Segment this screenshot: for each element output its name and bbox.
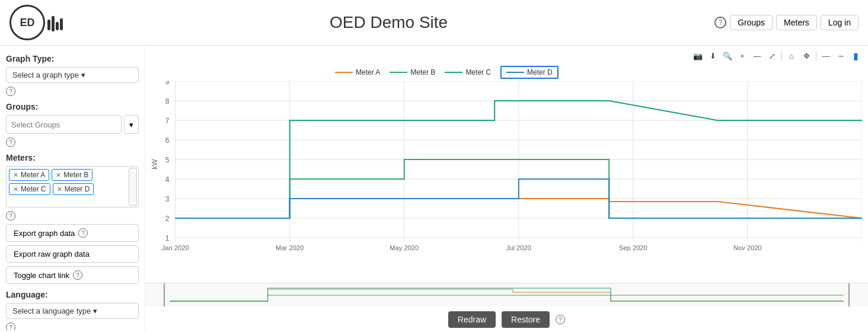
toolbar-sep-2 — [816, 51, 816, 60]
legend-label-a: Meter A — [356, 68, 380, 76]
graph-type-value: Select a graph type ▾ — [12, 71, 85, 79]
login-button[interactable]: Log in — [821, 15, 859, 30]
export-graph-label: Export graph data — [14, 229, 75, 238]
svg-text:2: 2 — [165, 215, 170, 223]
chart-svg: 9 8 7 6 5 4 3 2 1 kW Jan 2020 Mar 2020 M… — [151, 81, 862, 259]
meter-c-remove-icon[interactable]: ✕ — [13, 186, 18, 193]
svg-text:8: 8 — [165, 97, 170, 106]
meter-b-label: Meter B — [63, 171, 88, 179]
toolbar-sep-1 — [781, 51, 782, 60]
logo-bar-1 — [47, 20, 50, 30]
graph-type-help-icon[interactable]: ? — [6, 87, 15, 96]
toggle-chart-label: Toggle chart link — [14, 271, 69, 280]
export-raw-button[interactable]: Export raw graph data — [6, 245, 139, 263]
header: ED OED Demo Site ? Groups Meters Log in — [0, 0, 868, 46]
meter-tag-c: ✕ Meter C — [9, 183, 50, 195]
meter-b-remove-icon[interactable]: ✕ — [56, 171, 61, 179]
legend-meter-b: Meter B — [390, 68, 435, 76]
chart-toolbar: 📷 ⬇ 🔍 + — ⤢ ⌂ ✥ ― ∼ ▮ — [145, 49, 868, 65]
minimap-area — [145, 283, 868, 307]
site-title: OED Demo Site — [63, 13, 714, 32]
reset-icon[interactable]: ⌂ — [785, 49, 798, 62]
spline-icon[interactable]: ∼ — [834, 49, 847, 62]
language-label: Language: — [6, 290, 139, 299]
meters-scrollbar[interactable] — [129, 168, 137, 206]
header-help-icon[interactable]: ? — [714, 17, 726, 28]
meter-tag-a: ✕ Meter A — [9, 169, 49, 181]
redraw-button[interactable]: Redraw — [448, 311, 496, 328]
sidebar: Graph Type: Select a graph type ▾ ? Grou… — [0, 46, 145, 330]
groups-button[interactable]: Groups — [730, 15, 773, 30]
meters-label: Meters: — [6, 153, 139, 162]
svg-text:kW: kW — [151, 159, 159, 170]
legend-meter-c: Meter C — [445, 68, 491, 76]
language-value: Select a language type ▾ — [12, 307, 97, 315]
graph-type-label: Graph Type: — [6, 54, 139, 63]
svg-text:Jul 2020: Jul 2020 — [506, 244, 531, 251]
legend-line-c — [445, 72, 462, 73]
legend-line-a — [335, 72, 353, 73]
groups-caret-button[interactable]: ▾ — [124, 115, 139, 134]
graph-type-dropdown[interactable]: Select a graph type ▾ — [6, 67, 139, 83]
svg-text:Nov 2020: Nov 2020 — [733, 244, 762, 251]
toggle-chart-button[interactable]: Toggle chart link ? — [6, 266, 139, 284]
logo-text: ED — [20, 17, 34, 29]
svg-rect-33 — [164, 283, 165, 307]
groups-input[interactable] — [6, 115, 122, 134]
logo-bars — [47, 14, 63, 31]
export-graph-button[interactable]: Export graph data ? — [6, 224, 139, 242]
header-actions: ? Groups Meters Log in — [714, 15, 859, 30]
zoom-minus-icon[interactable]: — — [751, 49, 764, 62]
legend-row: Meter A Meter B Meter C Meter D — [145, 65, 868, 81]
groups-selector-wrapper: ▾ — [6, 115, 139, 134]
legend-label-c: Meter C — [465, 68, 491, 76]
chart-help-icon[interactable]: ? — [556, 315, 565, 324]
language-dropdown[interactable]: Select a language type ▾ — [6, 303, 139, 319]
logo-area: ED — [9, 5, 63, 40]
minimap-svg — [145, 283, 868, 307]
export-graph-help-icon[interactable]: ? — [78, 228, 88, 238]
logo-icon: ED — [9, 5, 45, 40]
camera-icon[interactable]: 📷 — [691, 49, 704, 62]
bar-icon[interactable]: ▮ — [849, 49, 862, 62]
meters-button[interactable]: Meters — [776, 15, 817, 30]
chart-svg-container: 9 8 7 6 5 4 3 2 1 kW Jan 2020 Mar 2020 M… — [145, 81, 868, 283]
legend-label-b: Meter B — [410, 68, 435, 76]
meters-tags-container: ✕ Meter A ✕ Meter B ✕ Meter C ✕ Meter D — [6, 166, 139, 208]
drag-icon[interactable]: ✥ — [800, 49, 813, 62]
groups-label: Groups: — [6, 102, 139, 111]
meters-help-icon[interactable]: ? — [6, 211, 15, 221]
meter-d-remove-icon[interactable]: ✕ — [57, 186, 62, 193]
svg-rect-34 — [848, 283, 850, 307]
svg-text:Jan 2020: Jan 2020 — [162, 244, 189, 251]
meter-a-remove-icon[interactable]: ✕ — [13, 171, 18, 179]
chart-area: 📷 ⬇ 🔍 + — ⤢ ⌂ ✥ ― ∼ ▮ Meter A Meter B — [145, 46, 868, 330]
meter-tag-d: ✕ Meter D — [53, 183, 94, 195]
svg-text:7: 7 — [165, 117, 170, 125]
meter-d-label: Meter D — [65, 185, 90, 193]
download-icon[interactable]: ⬇ — [706, 49, 719, 62]
svg-text:4: 4 — [165, 175, 170, 184]
legend-meter-d: Meter D — [500, 66, 559, 79]
toggle-chart-help-icon[interactable]: ? — [73, 270, 82, 280]
logo-bar-3 — [56, 22, 59, 30]
line-icon[interactable]: ― — [819, 49, 832, 62]
zoom-plus-icon[interactable]: + — [736, 49, 749, 62]
svg-text:3: 3 — [165, 195, 170, 203]
legend-meter-a: Meter A — [335, 68, 380, 76]
language-help-icon[interactable]: ? — [6, 323, 15, 330]
autoscale-icon[interactable]: ⤢ — [765, 49, 778, 62]
meter-tag-b: ✕ Meter B — [52, 169, 92, 181]
svg-text:Mar 2020: Mar 2020 — [276, 244, 304, 251]
logo-bar-2 — [52, 16, 55, 31]
main-layout: Graph Type: Select a graph type ▾ ? Grou… — [0, 46, 868, 330]
export-raw-label: Export raw graph data — [14, 250, 90, 258]
chart-bottom: Redraw Restore ? — [145, 307, 868, 330]
svg-text:Sep 2020: Sep 2020 — [619, 244, 647, 251]
restore-button[interactable]: Restore — [502, 311, 550, 328]
svg-text:6: 6 — [165, 136, 170, 145]
groups-help-icon[interactable]: ? — [6, 138, 15, 147]
svg-text:May 2020: May 2020 — [390, 244, 419, 251]
zoom-in-icon[interactable]: 🔍 — [721, 49, 734, 62]
meter-c-label: Meter C — [21, 185, 46, 193]
